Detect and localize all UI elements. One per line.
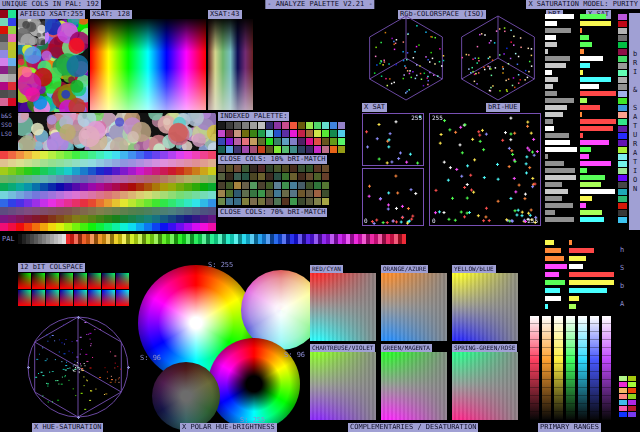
indexed-swatch: [274, 138, 281, 145]
sorted-swatch: [200, 207, 208, 215]
indexed-swatch: [330, 146, 337, 153]
sorted-swatch: [80, 191, 88, 199]
palette-strip: [18, 234, 406, 244]
colspace-tile: [32, 290, 45, 306]
indexed-swatch: [266, 130, 273, 137]
sorted-swatch: [40, 199, 48, 207]
sorted-swatch: [208, 191, 216, 199]
sorted-swatch: [24, 215, 32, 223]
close-color-swatch: [314, 173, 321, 180]
close-color-swatch: [258, 190, 265, 197]
indexed-swatch: [298, 146, 305, 153]
complementary-gradient: [452, 273, 518, 341]
sat-bar: [580, 140, 609, 145]
sat-bar: [580, 84, 599, 89]
sorted-swatch: [136, 207, 144, 215]
bri-bar: [545, 28, 571, 33]
bri-bar: [545, 91, 557, 96]
indexed-swatch: [282, 138, 289, 145]
indexed-swatch: [218, 122, 225, 129]
palette-swatch: [0, 98, 8, 106]
sorted-swatch: [200, 199, 208, 207]
palette-swatch: [8, 50, 16, 58]
pal-label: PAL: [2, 235, 15, 243]
colspace-tile: [60, 273, 73, 289]
indexed-swatch: [234, 130, 241, 137]
sat-bar: [580, 217, 604, 222]
sorted-swatch: [88, 199, 96, 207]
mini-swatch: [618, 147, 627, 153]
colspace-tile: [60, 290, 73, 306]
sorted-swatch: [32, 215, 40, 223]
sorted-swatch: [144, 151, 152, 159]
sorted-swatch: [0, 223, 8, 231]
sorted-swatch: [176, 215, 184, 223]
channel-bar: [569, 296, 579, 301]
sorted-swatch: [72, 191, 80, 199]
sat-scatter-panel-bottom: 0: [362, 168, 424, 226]
sorted-swatch: [96, 183, 104, 191]
sorted-swatch: [104, 183, 112, 191]
sorted-swatch: [152, 215, 160, 223]
sat-bar: [580, 203, 586, 208]
mini-swatch: [618, 91, 627, 97]
sorted-swatch: [56, 191, 64, 199]
sorted-swatch: [200, 215, 208, 223]
sorted-swatch: [96, 215, 104, 223]
sorted-swatch: [56, 223, 64, 231]
mini-swatch: [618, 84, 627, 90]
sorted-swatch: [152, 167, 160, 175]
close-color-swatch: [322, 190, 329, 197]
sorted-swatch: [112, 159, 120, 167]
axis-value: 0: [432, 218, 436, 224]
sorted-swatch: [144, 199, 152, 207]
sorted-swatch: [72, 167, 80, 175]
primary-range-column: [542, 316, 551, 420]
sorted-swatch: [152, 175, 160, 183]
complementary-gradient: [381, 352, 447, 420]
indexed-swatch: [234, 138, 241, 145]
indexed-swatch: [298, 138, 305, 145]
indexed-swatch: [242, 146, 249, 153]
sat-bar: [580, 119, 616, 124]
indexed-swatch: [234, 122, 241, 129]
close-color-swatch: [282, 165, 289, 172]
sorted-swatch: [88, 191, 96, 199]
sorted-swatch: [200, 191, 208, 199]
indexed-swatch: [250, 146, 257, 153]
primary-range-column: [590, 316, 599, 420]
sorted-swatch: [184, 191, 192, 199]
sorted-swatch: [88, 159, 96, 167]
sorted-swatch: [176, 191, 184, 199]
sat-scatter-canvas: [363, 114, 423, 165]
pastel-field-canvas: [18, 113, 216, 150]
close-color-swatch: [234, 165, 241, 172]
bri-bar: [545, 203, 573, 208]
indexed-swatch: [274, 146, 281, 153]
corner-swatch: [619, 376, 627, 381]
close-color-swatch: [242, 190, 249, 197]
sorted-swatch: [192, 159, 200, 167]
close-color-swatch: [226, 173, 233, 180]
indexed-swatch: [338, 138, 345, 145]
sorted-swatch: [40, 151, 48, 159]
bri-bar: [545, 147, 577, 152]
indexed-swatch: [218, 138, 225, 145]
mini-swatch: [618, 70, 627, 76]
sorted-swatch: [200, 167, 208, 175]
sat-bar: [580, 112, 582, 117]
sat-bar: [580, 63, 590, 68]
palette-swatch: [0, 50, 8, 58]
close-color-swatch: [290, 173, 297, 180]
sat-bar: [580, 175, 605, 180]
sorted-swatch: [208, 167, 216, 175]
indexed-swatch: [258, 130, 265, 137]
sorted-swatch: [16, 191, 24, 199]
bri-bar: [545, 56, 570, 61]
sorted-swatch: [136, 215, 144, 223]
indexed-swatch: [322, 130, 329, 137]
bri-bar: [545, 168, 575, 173]
channel-bar: [545, 296, 561, 301]
sorted-swatch: [128, 167, 136, 175]
channel-bar: [569, 280, 614, 285]
